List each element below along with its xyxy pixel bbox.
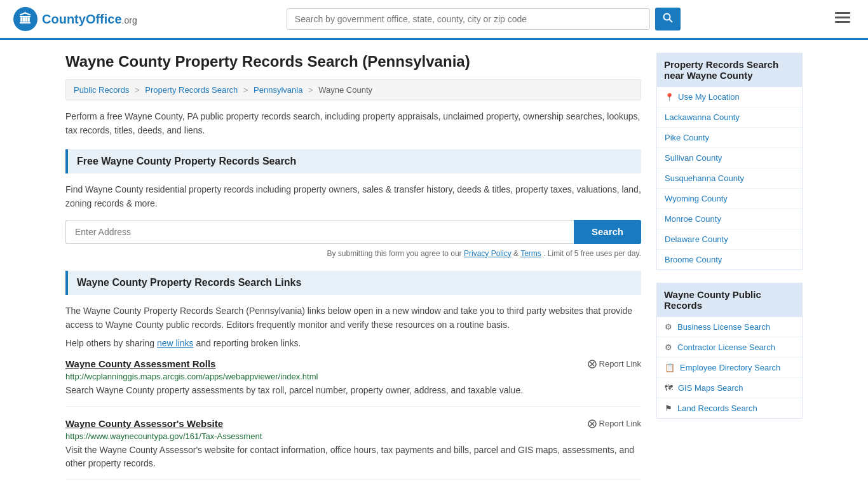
public-records-links: ⚙ Business License Search ⚙ Contractor L… xyxy=(656,317,803,419)
link-item: Wayne County Assessor's Website Report L… xyxy=(65,418,641,480)
link-item: Wayne County Assessment Rolls Report Lin… xyxy=(65,358,641,407)
main-wrapper: Wayne County Property Records Search (Pe… xyxy=(53,40,815,488)
nearby-section-title: Property Records Search near Wayne Count… xyxy=(656,53,803,87)
svg-line-3 xyxy=(669,20,672,23)
svg-text:🏛: 🏛 xyxy=(19,11,32,26)
business-license-search-link[interactable]: Business License Search xyxy=(677,322,770,332)
link-item-title: Wayne County Assessor's Website xyxy=(65,418,223,429)
sidebar: Property Records Search near Wayne Count… xyxy=(656,53,803,488)
employee-directory-search-link[interactable]: Employee Directory Search xyxy=(680,363,780,372)
page-title: Wayne County Property Records Search (Pe… xyxy=(65,53,641,71)
list-item[interactable]: Lackawanna County xyxy=(657,107,802,128)
gis-maps-search-link[interactable]: GIS Maps Search xyxy=(678,383,743,393)
wyoming-county-link[interactable]: Wyoming County xyxy=(665,194,728,203)
public-records-section: Wayne County Public Records ⚙ Business L… xyxy=(656,283,803,419)
report-link-button[interactable]: Report Link xyxy=(588,419,641,428)
monroe-county-link[interactable]: Monroe County xyxy=(665,214,721,224)
header-search-area xyxy=(287,8,681,30)
header-search-button[interactable] xyxy=(655,8,681,30)
map-icon: 🗺 xyxy=(665,383,673,393)
list-item[interactable]: Pike County xyxy=(657,128,802,148)
susquehanna-county-link[interactable]: Susquehanna County xyxy=(665,173,744,183)
list-item[interactable]: Sullivan County xyxy=(657,148,802,168)
sullivan-county-link[interactable]: Sullivan County xyxy=(665,153,722,163)
site-header: 🏛 CountyOffice.org xyxy=(0,0,868,40)
list-item[interactable]: 🗺 GIS Maps Search xyxy=(657,378,802,398)
link-item-url: http://wcplanninggis.maps.arcgis.com/app… xyxy=(65,372,641,381)
list-icon: 📋 xyxy=(665,363,675,372)
use-my-location-item[interactable]: 📍 Use My Location xyxy=(657,87,802,107)
logo-text: CountyOffice.org xyxy=(42,12,137,27)
svg-point-2 xyxy=(663,14,670,20)
list-item[interactable]: Susquehanna County xyxy=(657,168,802,189)
address-input[interactable] xyxy=(65,220,574,244)
address-form: Search xyxy=(65,220,641,244)
assessor-website-link[interactable]: Wayne County Assessor's Website xyxy=(65,418,223,429)
links-section: Wayne County Property Records Search Lin… xyxy=(65,271,641,480)
contractor-license-search-link[interactable]: Contractor License Search xyxy=(677,342,775,352)
terms-link[interactable]: Terms xyxy=(520,249,541,258)
lackawanna-county-link[interactable]: Lackawanna County xyxy=(665,112,740,122)
form-disclaimer: By submitting this form you agree to our… xyxy=(65,249,641,258)
free-search-heading: Free Wayne County Property Records Searc… xyxy=(65,149,641,173)
property-search-section: Free Wayne County Property Records Searc… xyxy=(65,149,641,258)
delaware-county-link[interactable]: Delaware County xyxy=(665,234,728,244)
gear-icon: ⚙ xyxy=(665,342,672,352)
link-item-header: Wayne County Assessment Rolls Report Lin… xyxy=(65,358,641,369)
content-area: Wayne County Property Records Search (Pe… xyxy=(65,53,641,488)
link-item-desc: Search Wayne County property assessments… xyxy=(65,384,641,397)
page-description: Perform a free Wayne County, PA public p… xyxy=(65,109,641,138)
link-item-url: https://www.waynecountypa.gov/161/Tax-As… xyxy=(65,431,641,441)
flag-icon: ⚑ xyxy=(665,403,672,413)
privacy-policy-link[interactable]: Privacy Policy xyxy=(464,249,512,258)
gear-icon: ⚙ xyxy=(665,322,672,332)
links-section-heading: Wayne County Property Records Search Lin… xyxy=(65,271,641,295)
list-item[interactable]: Wyoming County xyxy=(657,189,802,209)
list-item[interactable]: Delaware County xyxy=(657,229,802,250)
public-records-section-title: Wayne County Public Records xyxy=(656,283,803,317)
header-search-input[interactable] xyxy=(287,8,650,30)
breadcrumb: Public Records > Property Records Search… xyxy=(65,79,641,100)
breadcrumb-wayne-county: Wayne County xyxy=(318,85,372,95)
pike-county-link[interactable]: Pike County xyxy=(665,133,709,142)
pin-icon: 📍 xyxy=(665,93,674,102)
list-item[interactable]: Monroe County xyxy=(657,209,802,229)
svg-rect-6 xyxy=(835,21,850,23)
links-description: The Wayne County Property Records Search… xyxy=(65,304,641,332)
nearby-section: Property Records Search near Wayne Count… xyxy=(656,53,803,270)
svg-rect-5 xyxy=(835,17,850,18)
breadcrumb-property-records[interactable]: Property Records Search xyxy=(145,85,238,95)
search-submit-button[interactable]: Search xyxy=(574,220,641,244)
list-item[interactable]: Broome County xyxy=(657,250,802,269)
new-links-text: Help others by sharing new links and rep… xyxy=(65,338,641,348)
list-item[interactable]: ⚙ Contractor License Search xyxy=(657,337,802,358)
list-item[interactable]: ⚙ Business License Search xyxy=(657,317,802,337)
logo-icon: 🏛 xyxy=(13,6,38,32)
svg-rect-4 xyxy=(835,12,850,14)
logo: 🏛 CountyOffice.org xyxy=(13,6,137,32)
link-item-title: Wayne County Assessment Rolls xyxy=(65,358,215,369)
link-item-desc: Visit the Wayne County Assessor's websit… xyxy=(65,444,641,470)
report-link-button[interactable]: Report Link xyxy=(588,359,641,369)
hamburger-menu-button[interactable] xyxy=(830,8,855,30)
use-my-location-link[interactable]: Use My Location xyxy=(678,92,740,102)
new-links-anchor[interactable]: new links xyxy=(157,338,194,348)
list-item[interactable]: ⚑ Land Records Search xyxy=(657,398,802,418)
land-records-search-link[interactable]: Land Records Search xyxy=(677,403,757,413)
assessment-rolls-link[interactable]: Wayne County Assessment Rolls xyxy=(65,358,215,369)
breadcrumb-pennsylvania[interactable]: Pennsylvania xyxy=(254,85,302,95)
broome-county-link[interactable]: Broome County xyxy=(665,255,722,264)
nearby-links: 📍 Use My Location Lackawanna County Pike… xyxy=(656,87,803,270)
list-item[interactable]: 📋 Employee Directory Search xyxy=(657,358,802,378)
link-item-header: Wayne County Assessor's Website Report L… xyxy=(65,418,641,429)
breadcrumb-public-records[interactable]: Public Records xyxy=(74,85,129,95)
search-description: Find Wayne County residential property r… xyxy=(65,182,641,211)
